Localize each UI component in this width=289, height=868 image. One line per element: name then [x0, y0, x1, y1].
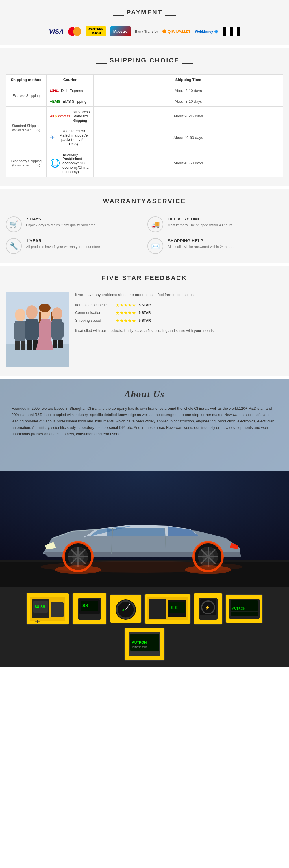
warranty-shopping-content: SHOPPING HELP All emails will be answere… — [168, 238, 233, 249]
visa-logo: VISA — [49, 26, 64, 36]
car-section — [0, 471, 289, 587]
feedback-text-block: If you have any problems about the order… — [75, 292, 283, 367]
courier-ems: ≡EMS EMS Shipping — [46, 96, 94, 107]
aliexpress-logo: Ali⚡express — [50, 114, 70, 118]
star-count-shipping: 5 STAR — [139, 318, 151, 322]
product-card-7: AUTRON DIAGNOSTIC — [124, 627, 165, 661]
svg-rect-23 — [51, 322, 54, 338]
feedback-section: FIVE STAR FEEDBACK — [0, 266, 289, 376]
svg-rect-19 — [40, 321, 43, 338]
ems-logo: ≡EMS — [50, 99, 61, 103]
warranty-delivery-content: DELIVERY TIME Most items will be shipped… — [168, 216, 232, 228]
table-row: Econnomy Shipping(for order over USD5) 🌐… — [6, 149, 283, 177]
svg-rect-72 — [149, 599, 166, 619]
ali-name: Aliexpress Standard Shipping — [73, 110, 90, 123]
warranty-shopping-desc: All emails will be answered within 24 ho… — [168, 244, 233, 249]
feedback-title: FIVE STAR FEEDBACK — [102, 274, 187, 282]
car-illustration — [0, 471, 289, 587]
warranty-year-content: 1 YEAR All products have 1 year warranty… — [26, 238, 100, 249]
svg-point-8 — [26, 305, 38, 319]
email-icon: ✉️ — [147, 238, 163, 254]
svg-text:⚡: ⚡ — [205, 605, 210, 610]
stars-shipping: ★★★★★ — [116, 318, 136, 323]
warranty-days-content: 7 DAYS Enjoy 7 days to return if any qua… — [26, 216, 95, 228]
svg-point-21 — [52, 307, 63, 320]
rating-label-communication: Communication： — [75, 310, 113, 315]
courier-airmail: ✈ Registered Air Mail(china post/e packe… — [46, 126, 94, 149]
warranty-dash-left — [89, 204, 101, 204]
table-row: ≡EMS EMS Shipping About 3-10 days — [6, 96, 283, 107]
globe-icon: 🌐 — [50, 158, 60, 168]
svg-rect-30 — [107, 528, 165, 536]
svg-text:88:88: 88:88 — [35, 604, 45, 609]
stars-described: ★★★★★ — [116, 302, 136, 308]
airmail-icon: ✈ — [50, 134, 55, 141]
mastercard-logo — [68, 26, 81, 36]
table-row: ✈ Registered Air Mail(china post/e packe… — [6, 126, 283, 149]
warranty-delivery-desc: Most items will be shipped within 48 hou… — [168, 222, 232, 228]
rating-row-shipping: Shipping speed： ★★★★★ 5 STAR — [75, 318, 283, 323]
dash-left — [113, 15, 124, 16]
time-ems: About 3-10 days — [93, 96, 283, 107]
warranty-days-heading: 7 DAYS — [26, 216, 95, 221]
shipping-table-header-row: Shipping method Courier Shipping Time — [6, 75, 283, 85]
warranty-item-year: 🔧 1 YEAR All products have 1 year warran… — [6, 238, 142, 254]
boletol-logo — [223, 26, 240, 36]
svg-point-51 — [40, 561, 243, 572]
svg-rect-26 — [59, 340, 63, 348]
dash-right — [165, 15, 176, 16]
warranty-title-wrapper: WARRANTY&SERVICE — [6, 197, 283, 211]
about-title: About Us — [11, 389, 278, 400]
method-economy: Econnomy Shipping(for order over USD5) — [6, 149, 46, 177]
star-count-communication: 5 STAR — [139, 311, 151, 315]
shipping-table: Shipping method Courier Shipping Time Ex… — [6, 74, 283, 177]
svg-rect-10 — [25, 321, 29, 338]
warranty-year-heading: 1 YEAR — [26, 238, 100, 243]
col-method: Shipping method — [6, 75, 46, 85]
svg-point-2 — [15, 309, 26, 321]
feedback-title-wrapper: FIVE STAR FEEDBACK — [6, 274, 283, 288]
method-standard: Standard Shipping(for order over USD5) — [6, 107, 46, 149]
warranty-item-delivery: 🚚 DELIVERY TIME Most items will be shipp… — [147, 216, 283, 232]
truck-icon: 🚚 — [147, 216, 163, 232]
products-section: 88:88 88 3 — [0, 587, 289, 666]
warranty-item-shopping: ✉️ SHOPPING HELP All emails will be answ… — [147, 238, 283, 254]
warranty-item-days: 🛒 7 DAYS Enjoy 7 days to return if any q… — [6, 216, 142, 232]
shipping-dash-left — [96, 63, 107, 64]
feedback-dash-right — [190, 281, 201, 281]
method-express: Express Shipping — [6, 85, 46, 107]
rating-row-described: Item as described： ★★★★★ 5 STAR — [75, 302, 283, 308]
shipping-title: SHIPPING CHOICE — [110, 57, 179, 64]
feedback-closing: If satisfied with our products, kindly l… — [75, 328, 283, 334]
western-union-logo: WESTERNUNION — [85, 26, 106, 36]
payment-title: PAYMENT — [127, 9, 163, 16]
courier-ali: Ali⚡express Aliexpress Standard Shipping — [46, 107, 94, 126]
warranty-days-desc: Enjoy 7 days to return if any quality pr… — [26, 222, 95, 228]
warranty-dash-right — [188, 204, 200, 204]
svg-rect-7 — [21, 341, 26, 350]
shipping-dash-right — [182, 63, 193, 64]
maestro-logo: Maestro — [110, 26, 131, 36]
product-card-4: 88:88 — [145, 594, 191, 624]
about-section: About Us Founded in 2005, we are based i… — [0, 379, 289, 471]
col-time: Shipping Time — [93, 75, 283, 85]
warranty-grid: 🛒 7 DAYS Enjoy 7 days to return if any q… — [6, 216, 283, 254]
svg-rect-24 — [60, 322, 64, 338]
payment-logos: VISA WESTERNUNION Maestro Bank Transfer … — [6, 26, 283, 36]
ems-name: EMS Shipping — [63, 99, 86, 103]
warranty-year-desc: All products have 1 year warranty from o… — [26, 244, 100, 249]
product-card-1: 88:88 — [26, 593, 69, 625]
payment-section: PAYMENT VISA WESTERNUNION Maestro Bank T… — [0, 0, 289, 45]
feedback-intro: If you have any problems about the order… — [75, 292, 283, 298]
dhl-name: DHL Express — [61, 89, 83, 93]
svg-rect-4 — [14, 323, 17, 339]
svg-rect-6 — [15, 341, 20, 350]
product-card-2: 88 — [72, 593, 107, 625]
product-card-6: AUTRON — [225, 594, 263, 623]
time-ali: About 20-45 days — [93, 107, 283, 126]
time-economy: About 40-60 days — [93, 149, 283, 177]
qiwi-logo: 🅠 QIWIWALLET — [162, 26, 191, 36]
team-photo — [6, 292, 69, 367]
table-row: Express Shipping DHL DHL Express About 3… — [6, 85, 283, 96]
table-row: Standard Shipping(for order over USD5) A… — [6, 107, 283, 126]
